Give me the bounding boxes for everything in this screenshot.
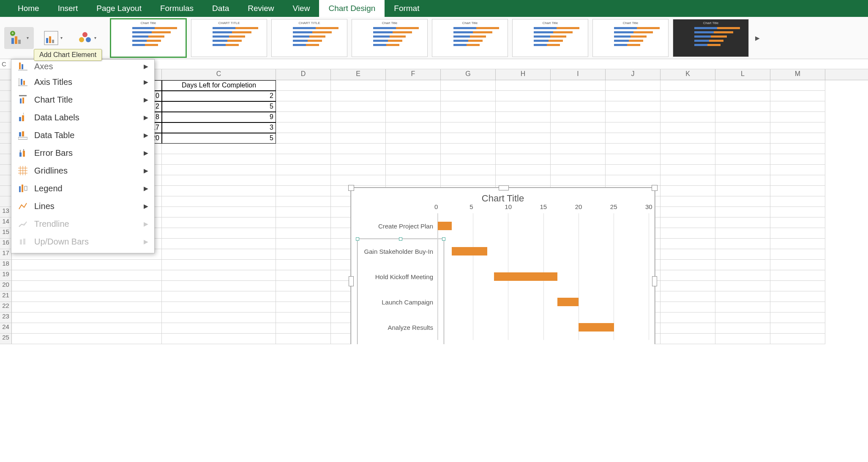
menu-label: Axis Titles <box>34 77 144 87</box>
tab-home[interactable]: Home <box>8 0 49 17</box>
quick-layout-icon <box>44 30 59 46</box>
quick-layout-button[interactable]: ▾ <box>38 27 68 49</box>
chart-style-3[interactable]: CHART TITLE <box>271 19 347 57</box>
tab-view[interactable]: View <box>284 0 319 17</box>
menu-item-data-labels[interactable]: 1 Data Labels ▶ <box>11 109 154 126</box>
menu-item-up-down-bars: Up/Down Bars ▶ <box>11 233 154 250</box>
svg-rect-13 <box>22 64 23 69</box>
ribbon-tabs: Home Insert Page Layout Formulas Data Re… <box>0 0 868 17</box>
plot-area[interactable]: Create Project PlanGain Stakeholder Buy-… <box>357 213 649 340</box>
bar-group[interactable] <box>438 323 614 332</box>
chart-style-4[interactable]: Chart Title <box>352 19 428 57</box>
menu-item-chart-title[interactable]: Chart Title ▶ <box>11 91 154 109</box>
resize-handle[interactable] <box>349 276 354 286</box>
tab-chart-design[interactable]: Chart Design <box>319 0 385 17</box>
menu-label: Legend <box>34 184 144 193</box>
resize-handle[interactable] <box>348 185 354 191</box>
col-header-h[interactable]: H <box>496 69 551 80</box>
tab-format[interactable]: Format <box>385 0 429 17</box>
tooltip: Add Chart Element <box>34 49 102 61</box>
svg-rect-19 <box>19 95 27 96</box>
submenu-arrow-icon: ▶ <box>144 114 148 121</box>
col-header-f[interactable]: F <box>386 69 441 80</box>
svg-point-9 <box>82 32 87 37</box>
dropdown-arrow-icon: ▾ <box>27 35 29 40</box>
category-label: Create Project Plan <box>357 223 437 230</box>
svg-rect-43 <box>23 239 25 245</box>
svg-rect-26 <box>22 131 24 136</box>
submenu-arrow-icon: ▶ <box>144 63 148 70</box>
col-header-d[interactable]: D <box>276 69 331 80</box>
chart-style-7[interactable]: Chart Title <box>592 19 669 57</box>
name-box: C <box>2 60 6 68</box>
submenu-arrow-icon: ▶ <box>144 185 148 192</box>
svg-rect-38 <box>19 186 21 192</box>
col-header-m[interactable]: M <box>770 69 825 80</box>
menu-item-error-bars[interactable]: Error Bars ▶ <box>11 144 154 162</box>
chart-element-icon: + <box>10 30 25 46</box>
colors-icon <box>77 30 93 46</box>
col-header-i[interactable]: I <box>551 69 606 80</box>
svg-rect-3 <box>15 36 17 44</box>
tab-formulas[interactable]: Formulas <box>151 0 203 17</box>
embedded-chart[interactable]: Chart Title Create Project PlanGain Stak… <box>351 188 655 344</box>
menu-item-gridlines[interactable]: Gridlines ▶ <box>11 162 154 179</box>
svg-point-11 <box>86 37 91 42</box>
submenu-arrow-icon: ▶ <box>144 167 148 174</box>
add-chart-element-button[interactable]: + ▾ <box>4 27 34 49</box>
error-bars-icon <box>17 147 28 158</box>
gallery-next-button[interactable]: ▶ <box>753 34 762 42</box>
tab-page-layout[interactable]: Page Layout <box>87 0 151 17</box>
menu-item-axis-titles[interactable]: Axis Titles ▶ <box>11 73 154 91</box>
submenu-arrow-icon: ▶ <box>144 203 148 209</box>
chart-title[interactable]: Chart Title <box>351 193 655 204</box>
menu-label: Trendline <box>34 219 144 229</box>
menu-item-lines[interactable]: Lines ▶ <box>11 197 154 215</box>
menu-label: Lines <box>34 201 144 211</box>
change-colors-button[interactable]: ▾ <box>72 27 101 49</box>
data-labels-icon: 1 <box>17 112 28 123</box>
menu-label: Data Table <box>34 130 144 140</box>
chart-style-8[interactable]: Chart Title <box>673 19 749 57</box>
chart-style-1[interactable]: Chart Title <box>110 18 187 58</box>
svg-rect-21 <box>22 98 24 103</box>
col-header-g[interactable]: G <box>441 69 496 80</box>
bar-group[interactable] <box>438 272 557 281</box>
resize-handle[interactable] <box>652 276 657 286</box>
chart-style-6[interactable]: Chart Title <box>512 19 588 57</box>
menu-item-data-table[interactable]: Data Table ▶ <box>11 126 154 144</box>
menu-item-axes[interactable]: Axes ▶ <box>11 62 154 73</box>
chart-style-5[interactable]: Chart Title <box>432 19 508 57</box>
svg-rect-8 <box>52 40 54 43</box>
tab-data[interactable]: Data <box>203 0 238 17</box>
resize-handle[interactable] <box>652 185 658 191</box>
svg-rect-25 <box>19 132 21 136</box>
chart-style-2[interactable]: CHART TITLE <box>191 19 267 57</box>
menu-label: Chart Title <box>34 95 144 105</box>
legend-icon <box>17 183 28 194</box>
bar-group[interactable] <box>438 247 487 255</box>
tab-review[interactable]: Review <box>238 0 283 17</box>
submenu-arrow-icon: ▶ <box>144 220 148 227</box>
menu-item-legend[interactable]: Legend ▶ <box>11 179 154 197</box>
svg-rect-7 <box>49 36 51 43</box>
svg-rect-22 <box>19 117 21 121</box>
select-all-corner[interactable] <box>0 69 12 80</box>
bar-group[interactable] <box>438 298 579 306</box>
chart-styles-gallery: Chart Title CHART TITLE CHART TITLE Char… <box>110 18 864 58</box>
category-axis-selection[interactable] <box>357 239 444 344</box>
tab-insert[interactable]: Insert <box>49 0 87 17</box>
col-header-c[interactable]: C <box>162 69 276 80</box>
col-header-l[interactable]: L <box>715 69 770 80</box>
svg-text:1: 1 <box>23 113 25 115</box>
svg-rect-42 <box>20 239 22 245</box>
submenu-arrow-icon: ▶ <box>144 79 148 85</box>
svg-rect-15 <box>21 79 22 85</box>
col-header-e[interactable]: E <box>331 69 386 80</box>
svg-rect-23 <box>22 115 24 121</box>
col-header-j[interactable]: J <box>606 69 661 80</box>
bar-group[interactable] <box>438 222 452 230</box>
resize-handle[interactable] <box>499 185 509 190</box>
svg-rect-27 <box>18 137 27 139</box>
col-header-k[interactable]: K <box>661 69 715 80</box>
